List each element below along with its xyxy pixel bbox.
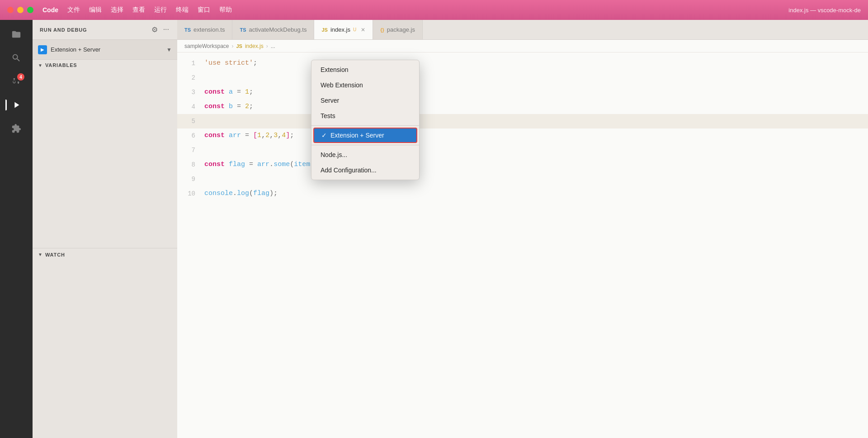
tab-label: activateMockDebug.ts (249, 26, 307, 33)
menu-item-web-extension[interactable]: Web Extension (311, 77, 419, 93)
watch-section-header[interactable]: ▼ WATCH (33, 248, 177, 261)
variables-section-header[interactable]: ▼ VARIABLES (33, 60, 177, 71)
variables-section-title: VARIABLES (45, 62, 77, 68)
code-line-5: 5 (177, 114, 868, 129)
source-control-badge: 4 (17, 73, 24, 81)
menu-window[interactable]: 窗口 (198, 6, 210, 14)
tab-index-js[interactable]: JS index.js U ✕ (314, 20, 373, 39)
minimize-button[interactable] (17, 7, 24, 13)
breadcrumb: sampleWorkspace › JS index.js › ... (177, 40, 868, 52)
menu-item-extension[interactable]: Extension (311, 62, 419, 77)
breadcrumb-file[interactable]: index.js (245, 43, 264, 49)
menu-bar: Code 文件 编辑 选择 查看 运行 终端 窗口 帮助 (42, 6, 232, 14)
menu-help[interactable]: 帮助 (219, 6, 232, 14)
breadcrumb-sep-2: › (266, 43, 268, 49)
menu-edit[interactable]: 编辑 (89, 6, 102, 14)
menu-separator-1 (311, 125, 419, 126)
watch-chevron-icon: ▼ (38, 252, 42, 257)
code-line-4: 4 const b = 2; (177, 100, 868, 114)
code-line-9: 9 (177, 172, 868, 186)
code-line-3: 3 const a = 1; (177, 85, 868, 100)
play-icon: ▶ (38, 45, 47, 54)
js-icon: JS (321, 27, 327, 33)
menu-item-tests[interactable]: Tests (311, 108, 419, 124)
menu-item-nodejs[interactable]: Node.js... (311, 147, 419, 162)
titlebar: Code 文件 编辑 选择 查看 运行 终端 窗口 帮助 index.js — … (0, 0, 868, 20)
check-icon: ✓ (321, 132, 327, 139)
menu-selection[interactable]: 选择 (111, 6, 123, 14)
sidebar-header: RUN AND DEBUG ⚙ ··· (33, 20, 177, 40)
sidebar-title: RUN AND DEBUG (40, 27, 87, 33)
main-layout: 4 RUN AND DEBUG ⚙ ··· ▶ Extension + Serv… (0, 20, 868, 438)
close-button[interactable] (7, 7, 14, 13)
tab-label: extension.ts (193, 26, 225, 33)
window-title: index.js — vscode-mock-de (788, 7, 861, 14)
code-line-6: 6 const arr = [1,2,3,4]; (177, 129, 868, 143)
menu-view[interactable]: 查看 (132, 6, 145, 14)
app-name[interactable]: Code (42, 6, 58, 14)
menu-file[interactable]: 文件 (67, 6, 80, 14)
code-editor[interactable]: 1 'use strict'; 2 3 const a = 1; 4 const… (177, 52, 868, 438)
menu-item-add-config[interactable]: Add Configuration... (311, 162, 419, 178)
ts-icon: TS (184, 27, 191, 33)
code-line-7: 7 (177, 143, 868, 157)
breadcrumb-js-icon: JS (236, 43, 242, 49)
source-control-icon[interactable]: 4 (5, 71, 27, 92)
code-line-8: 8 const flag = arr.some(item => item > 3… (177, 157, 868, 172)
menu-item-server[interactable]: Server (311, 93, 419, 108)
activity-bar: 4 (0, 20, 33, 438)
tab-label: index.js (330, 26, 350, 33)
watch-content (33, 261, 177, 438)
tab-extension-ts[interactable]: TS extension.ts (177, 20, 232, 39)
breadcrumb-sep-1: › (231, 43, 233, 49)
debug-config-dropdown: Extension Web Extension Server Tests ✓ E… (311, 60, 420, 180)
ts-icon: TS (240, 27, 246, 33)
more-icon[interactable]: ··· (162, 24, 170, 35)
tabs-bar: TS extension.ts TS activateMockDebug.ts … (177, 20, 868, 40)
menu-item-extension-server[interactable]: ✓ Extension + Server (313, 128, 417, 143)
tab-close-icon[interactable]: ✕ (361, 27, 365, 33)
tab-activatemockdebug-ts[interactable]: TS activateMockDebug.ts (232, 20, 314, 39)
maximize-button[interactable] (27, 7, 33, 13)
files-icon[interactable] (5, 24, 27, 45)
selected-config-label: Extension + Server (51, 46, 100, 53)
code-line-2: 2 (177, 71, 868, 85)
variables-content (33, 71, 177, 248)
run-debug-icon[interactable] (5, 94, 27, 116)
traffic-lights (7, 7, 33, 13)
tab-label: package.js (387, 26, 415, 33)
debug-config-selector[interactable]: ▶ Extension + Server ▼ (33, 40, 177, 60)
breadcrumb-workspace[interactable]: sampleWorkspace (184, 43, 229, 49)
menu-item-label: Extension + Server (330, 132, 384, 139)
menu-run[interactable]: 运行 (154, 6, 167, 14)
tab-package-json[interactable]: {} package.js (373, 20, 423, 39)
settings-icon[interactable]: ⚙ (151, 24, 159, 35)
search-icon[interactable] (5, 47, 27, 69)
menu-terminal[interactable]: 终端 (176, 6, 189, 14)
menu-separator-2 (311, 145, 419, 145)
variables-chevron-icon: ▼ (38, 63, 42, 68)
json-icon: {} (380, 27, 384, 33)
sidebar-header-icons: ⚙ ··· (151, 24, 170, 35)
chevron-down-icon: ▼ (166, 47, 172, 53)
code-line-1: 1 'use strict'; (177, 56, 868, 71)
extensions-icon[interactable] (5, 118, 27, 139)
editor-area: TS extension.ts TS activateMockDebug.ts … (177, 20, 868, 438)
sidebar: RUN AND DEBUG ⚙ ··· ▶ Extension + Server… (33, 20, 177, 438)
breadcrumb-more[interactable]: ... (271, 43, 275, 49)
watch-section-title: WATCH (45, 252, 65, 257)
tab-modified-indicator: U (353, 27, 356, 32)
code-line-10: 10 console.log(flag); (177, 186, 868, 201)
